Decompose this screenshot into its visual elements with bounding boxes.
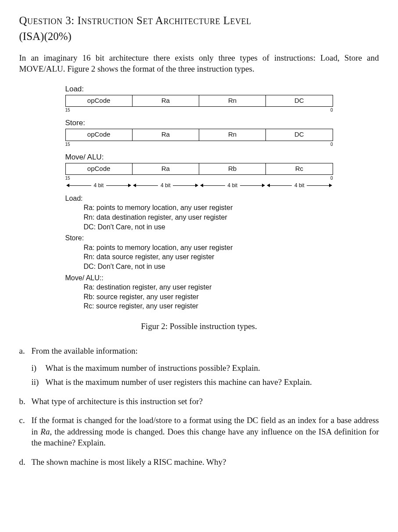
field: DC [266, 95, 332, 106]
desc-line: Rn: data source register, any user regis… [84, 252, 333, 262]
bit-width-label: 4 bit [225, 182, 240, 189]
field-descriptions: Load: Ra: points to memory location, any… [65, 194, 333, 311]
desc-line: Rb: source register, any user register [84, 292, 333, 302]
format-label-store: Store: [65, 118, 333, 128]
bit-msb: 15 [65, 175, 70, 181]
question-c-post: , the addressing mode is changed. Does t… [32, 427, 379, 448]
bit-width-label: 4 bit [91, 182, 106, 189]
bit-msb: 15 [65, 141, 70, 148]
bit-width-label: 4 bit [158, 182, 173, 189]
desc-line: Ra: points to memory location, any user … [84, 243, 333, 253]
desc-line: Ra: points to memory location, any user … [84, 203, 333, 213]
question-b: What type of architecture is this instru… [19, 396, 379, 407]
question-a-i: What is the maximum number of instructio… [32, 362, 379, 374]
bit-lsb: 0 [330, 107, 333, 113]
question-list: From the available information: What is … [19, 345, 379, 468]
field: Rc [266, 163, 332, 174]
question-a-stem: From the available information: [32, 346, 138, 355]
format-label-alu: Move/ ALU: [65, 152, 333, 163]
field: Ra [133, 95, 199, 106]
format-row-load: opCode Ra Rn DC [65, 95, 333, 107]
format-row-alu: opCode Ra Rb Rc [65, 163, 333, 175]
desc-line: DC: Don't Care, not in use [84, 262, 333, 271]
desc-line: DC: Don't Care, not in use [84, 222, 333, 232]
bit-width-label: 4 bit [292, 182, 307, 189]
sub-question-list: What is the maximum number of instructio… [32, 362, 379, 387]
question-c: If the format is changed for the load/st… [19, 415, 379, 449]
field: Rb [199, 163, 266, 174]
question-a: From the available information: What is … [19, 345, 379, 388]
intro-paragraph: In an imaginary 16 bit architecture ther… [19, 52, 379, 75]
question-d: The shown machine is most likely a RISC … [19, 456, 379, 468]
field: Ra [133, 129, 199, 140]
question-title: Question 3: Instruction Set Architecture… [19, 13, 379, 28]
field: Rn [199, 95, 266, 106]
question-subtitle: (ISA)(20%) [19, 29, 379, 44]
figure-caption: Figur 2: Possible instruction types. [19, 321, 379, 332]
figure-2: Load: opCode Ra Rn DC 15 0 Store: opCode… [65, 84, 333, 311]
format-label-load: Load: [65, 84, 333, 94]
field: opCode [66, 163, 133, 174]
field: opCode [66, 129, 133, 140]
bit-width-arrows: 4 bit 4 bit 4 bit 4 bit [65, 182, 333, 189]
desc-line: Ra: destination register, any user regis… [84, 282, 333, 292]
desc-head-alu: Move/ ALU:: [65, 273, 333, 283]
desc-line: Rc: source register, any user register [84, 301, 333, 311]
field: DC [266, 129, 332, 140]
format-row-store: opCode Ra Rn DC [65, 129, 333, 141]
question-a-ii: What is the maximum number of user regis… [32, 376, 379, 388]
field: opCode [66, 95, 133, 106]
register-ra-italic: Ra [40, 427, 50, 436]
desc-line: Rn: data destination register, any user … [84, 213, 333, 222]
field: Ra [133, 163, 199, 174]
field: Rn [199, 129, 266, 140]
bit-lsb: 0 [330, 141, 333, 148]
bit-msb: 15 [65, 107, 70, 113]
bit-lsb: 0 [330, 175, 333, 181]
desc-head-store: Store: [65, 233, 333, 243]
desc-head-load: Load: [65, 194, 333, 203]
